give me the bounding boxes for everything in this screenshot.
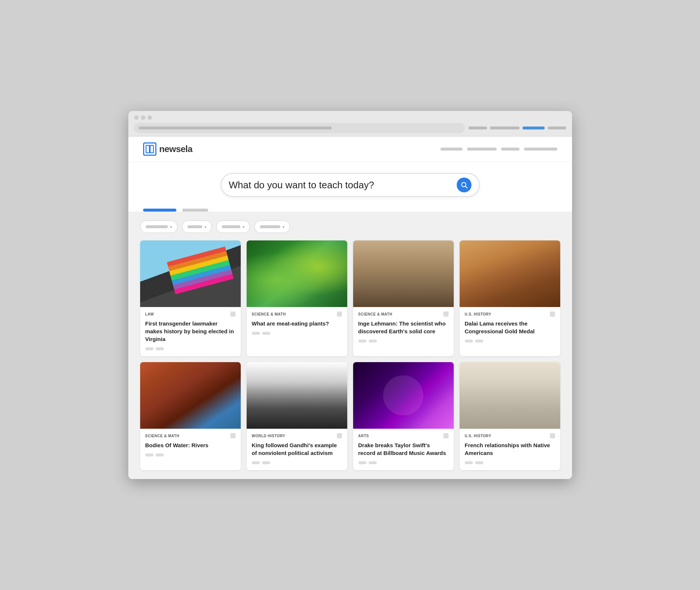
nav-pill-2 (490, 127, 520, 129)
url-text (139, 127, 332, 129)
filter-arrow-2: ▾ (204, 225, 206, 229)
header-nav-4[interactable] (524, 148, 557, 151)
footer-pill-2b (262, 332, 270, 335)
search-bar[interactable]: What do you want to teach today? (221, 173, 480, 197)
card-title-8: French relationships with Native America… (465, 441, 555, 457)
filter-dropdown-1[interactable]: ▾ (140, 220, 177, 233)
browser-window: newsela What do you want to teach today? (128, 111, 572, 479)
logo-icon (143, 142, 156, 156)
nav-pill-3 (548, 127, 566, 129)
card-category-7: ARTS (358, 433, 449, 438)
card-category-8: U.S. HISTORY (465, 433, 555, 438)
footer-pill-5b (156, 454, 164, 456)
tab-inactive[interactable] (182, 209, 208, 212)
filter-dropdown-2[interactable]: ▾ (182, 220, 212, 233)
url-bar[interactable] (134, 123, 465, 133)
tab-active[interactable] (143, 209, 176, 212)
card-image-3 (353, 240, 454, 307)
card-category-6: WORLD HISTORY (252, 433, 342, 438)
card-title-3: Inge Lehmann: The scientist who discover… (358, 320, 449, 335)
card-body-2: SCIENCE & MATH What are meat-eating plan… (247, 307, 347, 341)
bookmark-5[interactable] (230, 433, 236, 438)
header-nav-3[interactable] (501, 148, 520, 151)
bookmark-7[interactable] (443, 433, 449, 438)
card-category-5: SCIENCE & MATH (145, 433, 236, 438)
main-content: ▾ ▾ ▾ ▾ (128, 212, 572, 479)
footer-pill-7b (369, 461, 377, 464)
article-card-7[interactable]: ARTS Drake breaks Taylor Swift's record … (353, 362, 454, 470)
header-nav-2[interactable] (467, 148, 497, 151)
footer-pill-2a (252, 332, 260, 335)
card-title-7: Drake breaks Taylor Swift's record at Bi… (358, 441, 449, 457)
card-title-6: King followed Gandhi's example of nonvio… (252, 441, 342, 457)
card-body-6: WORLD HISTORY King followed Gandhi's exa… (247, 429, 347, 470)
page-content: newsela What do you want to teach today? (128, 136, 572, 479)
browser-chrome (128, 111, 572, 136)
article-card-8[interactable]: U.S. HISTORY French relationships with N… (460, 362, 560, 470)
card-image-8 (460, 362, 560, 429)
card-footer-2 (252, 332, 342, 335)
footer-pill-8b (475, 461, 483, 464)
bookmark-4[interactable] (550, 311, 555, 317)
header-nav (440, 148, 557, 151)
bookmark-3[interactable] (443, 311, 449, 317)
card-image-5 (140, 362, 241, 429)
footer-pill-3b (369, 340, 377, 343)
article-card-5[interactable]: SCIENCE & MATH Bodies Of Water: Rivers (140, 362, 241, 470)
filters: ▾ ▾ ▾ ▾ (140, 220, 560, 233)
article-grid: LAW First transgender lawmaker makes his… (140, 240, 560, 470)
card-title-4: Dalai Lama receives the Congressional Go… (465, 320, 555, 335)
card-category-4: U.S. HISTORY (465, 311, 555, 317)
header-nav-1[interactable] (440, 148, 463, 151)
bookmark-1[interactable] (230, 311, 236, 317)
card-footer-3 (358, 340, 449, 343)
nav-pill-active (523, 127, 545, 129)
card-title-1: First transgender lawmaker makes history… (145, 320, 236, 343)
dot-green (148, 115, 152, 120)
bookmark-8[interactable] (550, 433, 555, 438)
filter-dropdown-3[interactable]: ▾ (216, 220, 250, 233)
card-category-3: SCIENCE & MATH (358, 311, 449, 317)
filter-arrow-3: ▾ (243, 225, 244, 229)
logo-area[interactable]: newsela (143, 142, 193, 156)
article-card-1[interactable]: LAW First transgender lawmaker makes his… (140, 240, 241, 356)
header: newsela (128, 136, 572, 162)
article-card-2[interactable]: SCIENCE & MATH What are meat-eating plan… (247, 240, 347, 356)
dot-yellow (141, 115, 145, 120)
card-body-7: ARTS Drake breaks Taylor Swift's record … (353, 429, 454, 470)
footer-pill-5a (145, 454, 153, 456)
dot-red (134, 115, 139, 120)
bookmark-2[interactable] (337, 311, 342, 317)
search-text: What do you want to teach today? (229, 179, 457, 191)
footer-pill-3a (358, 340, 366, 343)
article-card-4[interactable]: U.S. HISTORY Dalai Lama receives the Con… (460, 240, 560, 356)
card-body-1: LAW First transgender lawmaker makes his… (140, 307, 241, 356)
footer-pill-1b (156, 347, 164, 350)
article-card-6[interactable]: WORLD HISTORY King followed Gandhi's exa… (247, 362, 347, 470)
card-image-2 (247, 240, 347, 307)
card-title-5: Bodies Of Water: Rivers (145, 441, 236, 449)
card-footer-1 (145, 347, 236, 350)
filter-arrow-1: ▾ (170, 225, 172, 229)
browser-dots (134, 115, 566, 120)
footer-pill-1a (145, 347, 153, 350)
footer-pill-8a (465, 461, 473, 464)
card-footer-6 (252, 461, 342, 464)
card-image-7 (353, 362, 454, 429)
card-body-8: U.S. HISTORY French relationships with N… (460, 429, 560, 470)
footer-pill-4b (475, 340, 483, 343)
card-body-5: SCIENCE & MATH Bodies Of Water: Rivers (140, 429, 241, 462)
card-footer-4 (465, 340, 555, 343)
article-card-3[interactable]: SCIENCE & MATH Inge Lehmann: The scienti… (353, 240, 454, 356)
search-icon[interactable] (457, 178, 471, 192)
card-image-6 (247, 362, 347, 429)
card-image-1 (140, 240, 241, 307)
card-body-3: SCIENCE & MATH Inge Lehmann: The scienti… (353, 307, 454, 348)
card-body-4: U.S. HISTORY Dalai Lama receives the Con… (460, 307, 560, 348)
filter-dropdown-4[interactable]: ▾ (254, 220, 290, 233)
bookmark-6[interactable] (337, 433, 342, 438)
footer-pill-4a (465, 340, 473, 343)
search-area: What do you want to teach today? (128, 162, 572, 204)
filter-arrow-4: ▾ (283, 225, 284, 229)
footer-pill-6a (252, 461, 260, 464)
